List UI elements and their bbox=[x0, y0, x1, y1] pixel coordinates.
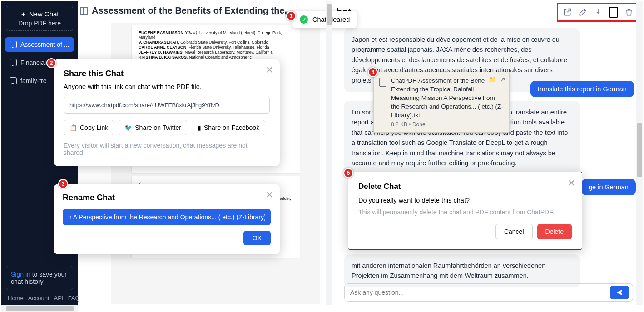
drop-pdf-hint: Drop PDF here bbox=[10, 20, 69, 27]
share-twitter-button[interactable]: 🐦 Share on Twitter bbox=[119, 120, 187, 135]
ok-button[interactable]: OK bbox=[243, 231, 271, 245]
signin-link[interactable]: Sign in bbox=[11, 271, 30, 278]
toast-chat-cleared: ✓ Chat cleared bbox=[292, 11, 357, 28]
chat-icon bbox=[10, 59, 17, 66]
send-icon bbox=[616, 289, 623, 296]
chat-icon bbox=[10, 77, 17, 84]
share-facebook-button[interactable]: ▮ Share on Facebook bbox=[192, 120, 265, 135]
chat-input-container bbox=[344, 283, 633, 302]
pdf-header: Assessment of the Benefits of Extending … bbox=[80, 5, 292, 16]
check-icon: ✓ bbox=[300, 15, 308, 24]
rename-title: Rename Chat bbox=[63, 193, 271, 203]
open-icon[interactable]: ↗ bbox=[500, 76, 505, 83]
user-message: translate this report in German bbox=[530, 81, 634, 97]
footer-api[interactable]: API bbox=[54, 295, 64, 302]
new-chat-button[interactable]: ＋ New Chat Drop PDF here bbox=[6, 6, 73, 31]
rename-modal: ✕ Rename Chat OK bbox=[54, 184, 280, 254]
send-button[interactable] bbox=[610, 286, 629, 299]
new-chat-label: New Chat bbox=[29, 10, 59, 18]
cancel-button[interactable]: Cancel bbox=[495, 224, 533, 239]
close-icon[interactable]: ✕ bbox=[266, 64, 273, 75]
minus-icon[interactable]: — bbox=[272, 9, 281, 20]
download-filename: ChatPDF-Assessment of the Bene Extending… bbox=[391, 77, 504, 119]
delete-warning: This will permanently delete the chat an… bbox=[358, 208, 572, 216]
callout-5: 5 bbox=[343, 168, 353, 178]
share-url[interactable]: https://www.chatpdf.com/share/4UWFFB8xkr… bbox=[64, 97, 270, 114]
assistant-message: mit anderen internationalen Raumfahrtbeh… bbox=[344, 254, 580, 287]
callout-2: 2 bbox=[46, 58, 56, 68]
pdf-title: Assessment of the Benefits of Extending … bbox=[92, 5, 292, 16]
share-title: Share this Chat bbox=[64, 69, 270, 79]
callout-4: 4 bbox=[368, 67, 378, 77]
footer-faq[interactable]: FAQ bbox=[68, 295, 80, 302]
signin-box: Sign in to save your chat history bbox=[6, 266, 73, 290]
sidebar-item-assessment[interactable]: Assessment of ... bbox=[5, 37, 74, 52]
share-icon[interactable] bbox=[563, 8, 572, 17]
user-message: ge in German bbox=[581, 179, 636, 195]
callout-1: 1 bbox=[286, 11, 296, 21]
sidebar-item-label: Financials bbox=[20, 59, 49, 66]
rename-input[interactable] bbox=[63, 209, 271, 225]
download-meta: 8.2 KB • Done bbox=[391, 121, 504, 128]
download-icon[interactable] bbox=[594, 8, 603, 17]
trash-icon[interactable] bbox=[624, 8, 634, 17]
pdf-scrollbar[interactable] bbox=[326, 1, 332, 305]
delete-title: Delete Chat bbox=[358, 182, 572, 191]
sidebar-item-label: Assessment of ... bbox=[20, 41, 69, 48]
delete-question: Do you really want to delete this chat? bbox=[358, 197, 572, 204]
callout-3: 3 bbox=[58, 179, 68, 189]
copy-link-button[interactable]: 📋 Copy Link bbox=[64, 120, 114, 135]
share-modal: ✕ Share this Chat Anyone with this link … bbox=[54, 59, 280, 166]
panel-toggle-icon[interactable] bbox=[80, 7, 88, 15]
select-icon[interactable] bbox=[609, 7, 618, 18]
delete-modal: ✕ Delete Chat Do you really want to dele… bbox=[348, 172, 582, 250]
chat-actions-toolbar bbox=[557, 3, 639, 22]
share-subtitle: Anyone with this link can chat with the … bbox=[64, 83, 270, 90]
footer-home[interactable]: Home bbox=[8, 295, 24, 302]
delete-button[interactable]: Delete bbox=[537, 224, 572, 239]
sidebar-item-label: family-tre bbox=[20, 77, 47, 84]
footer-account[interactable]: Account bbox=[28, 295, 50, 302]
share-note: Every visitor will start a new conversat… bbox=[64, 142, 270, 156]
chat-scrollbar[interactable] bbox=[636, 1, 643, 305]
close-icon[interactable]: ✕ bbox=[266, 189, 273, 200]
close-icon[interactable]: ✕ bbox=[568, 178, 575, 188]
chat-input[interactable] bbox=[350, 289, 610, 296]
file-icon bbox=[379, 78, 386, 87]
edit-icon[interactable] bbox=[578, 8, 587, 17]
chat-icon bbox=[10, 41, 17, 48]
folder-icon[interactable]: 📁 bbox=[489, 76, 496, 83]
download-popup: ChatPDF-Assessment of the Bene Extending… bbox=[373, 72, 510, 133]
sidebar-scrollbar-h[interactable] bbox=[1, 305, 78, 312]
